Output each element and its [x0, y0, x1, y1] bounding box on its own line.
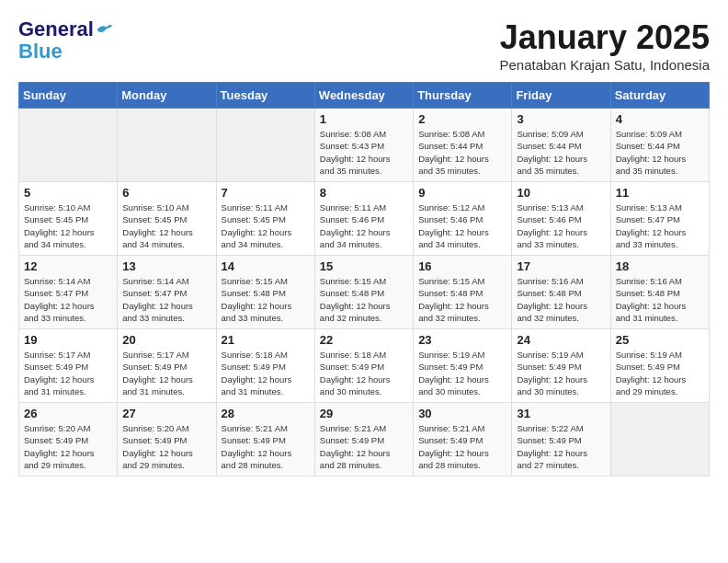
calendar-cell: 6Sunrise: 5:10 AM Sunset: 5:45 PM Daylig… [118, 182, 216, 256]
day-number: 5 [24, 186, 112, 200]
calendar-table: SundayMondayTuesdayWednesdayThursdayFrid… [18, 82, 710, 477]
weekday-header-monday: Monday [118, 83, 216, 109]
calendar-cell: 27Sunrise: 5:20 AM Sunset: 5:49 PM Dayli… [118, 403, 216, 477]
calendar-cell: 19Sunrise: 5:17 AM Sunset: 5:49 PM Dayli… [19, 329, 118, 403]
calendar-cell: 28Sunrise: 5:21 AM Sunset: 5:49 PM Dayli… [216, 403, 314, 477]
day-number: 20 [122, 333, 210, 347]
calendar-cell: 22Sunrise: 5:18 AM Sunset: 5:49 PM Dayli… [314, 329, 413, 403]
day-number: 27 [122, 407, 210, 420]
calendar-cell: 16Sunrise: 5:15 AM Sunset: 5:48 PM Dayli… [414, 256, 512, 329]
day-info: Sunrise: 5:15 AM Sunset: 5:48 PM Dayligh… [222, 275, 310, 324]
logo-text-general: General [18, 18, 94, 40]
day-info: Sunrise: 5:09 AM Sunset: 5:44 PM Dayligh… [616, 128, 704, 177]
calendar-cell: 13Sunrise: 5:14 AM Sunset: 5:47 PM Dayli… [118, 256, 216, 329]
day-info: Sunrise: 5:08 AM Sunset: 5:43 PM Dayligh… [320, 128, 408, 177]
day-number: 12 [24, 259, 112, 273]
calendar-cell: 26Sunrise: 5:20 AM Sunset: 5:49 PM Dayli… [19, 403, 118, 477]
calendar-cell: 7Sunrise: 5:11 AM Sunset: 5:45 PM Daylig… [216, 182, 314, 256]
calendar-cell: 3Sunrise: 5:09 AM Sunset: 5:44 PM Daylig… [512, 109, 610, 182]
logo-bird-icon [96, 20, 114, 39]
calendar-cell: 15Sunrise: 5:15 AM Sunset: 5:48 PM Dayli… [314, 256, 413, 329]
calendar-cell: 14Sunrise: 5:15 AM Sunset: 5:48 PM Dayli… [216, 256, 314, 329]
day-number: 8 [320, 186, 408, 200]
calendar-cell: 17Sunrise: 5:16 AM Sunset: 5:48 PM Dayli… [512, 256, 610, 329]
day-number: 15 [320, 259, 408, 273]
day-number: 24 [517, 333, 605, 347]
month-title: January 2025 [499, 18, 710, 57]
calendar-cell: 11Sunrise: 5:13 AM Sunset: 5:47 PM Dayli… [610, 182, 709, 256]
day-info: Sunrise: 5:20 AM Sunset: 5:49 PM Dayligh… [122, 422, 210, 471]
calendar-cell: 25Sunrise: 5:19 AM Sunset: 5:49 PM Dayli… [610, 329, 709, 403]
day-info: Sunrise: 5:17 AM Sunset: 5:49 PM Dayligh… [24, 349, 112, 397]
weekday-header-thursday: Thursday [414, 83, 512, 109]
calendar-cell [216, 109, 314, 182]
day-info: Sunrise: 5:12 AM Sunset: 5:46 PM Dayligh… [418, 201, 506, 250]
weekday-header-saturday: Saturday [610, 83, 709, 109]
calendar-cell: 5Sunrise: 5:10 AM Sunset: 5:45 PM Daylig… [19, 182, 118, 256]
day-info: Sunrise: 5:18 AM Sunset: 5:49 PM Dayligh… [222, 349, 310, 397]
calendar-cell: 10Sunrise: 5:13 AM Sunset: 5:46 PM Dayli… [512, 182, 610, 256]
day-info: Sunrise: 5:13 AM Sunset: 5:46 PM Dayligh… [517, 201, 605, 250]
day-info: Sunrise: 5:16 AM Sunset: 5:48 PM Dayligh… [517, 275, 605, 324]
calendar-cell: 21Sunrise: 5:18 AM Sunset: 5:49 PM Dayli… [216, 329, 314, 403]
calendar-cell [610, 403, 709, 477]
day-number: 14 [222, 259, 310, 273]
day-info: Sunrise: 5:10 AM Sunset: 5:45 PM Dayligh… [122, 201, 210, 250]
day-info: Sunrise: 5:19 AM Sunset: 5:49 PM Dayligh… [517, 349, 605, 397]
weekday-header-tuesday: Tuesday [216, 83, 314, 109]
day-info: Sunrise: 5:21 AM Sunset: 5:49 PM Dayligh… [320, 422, 408, 471]
day-info: Sunrise: 5:17 AM Sunset: 5:49 PM Dayligh… [122, 349, 210, 397]
day-info: Sunrise: 5:10 AM Sunset: 5:45 PM Dayligh… [24, 201, 112, 250]
day-number: 3 [517, 112, 605, 126]
calendar-cell: 2Sunrise: 5:08 AM Sunset: 5:44 PM Daylig… [414, 109, 512, 182]
day-number: 13 [122, 259, 210, 273]
weekday-header-wednesday: Wednesday [314, 83, 413, 109]
day-info: Sunrise: 5:21 AM Sunset: 5:49 PM Dayligh… [418, 422, 506, 471]
day-info: Sunrise: 5:19 AM Sunset: 5:49 PM Dayligh… [418, 349, 506, 397]
title-block: January 2025 Penataban Krajan Satu, Indo… [499, 18, 710, 73]
calendar-cell: 20Sunrise: 5:17 AM Sunset: 5:49 PM Dayli… [118, 329, 216, 403]
calendar-week-row: 26Sunrise: 5:20 AM Sunset: 5:49 PM Dayli… [19, 403, 710, 477]
day-info: Sunrise: 5:15 AM Sunset: 5:48 PM Dayligh… [418, 275, 506, 324]
day-info: Sunrise: 5:14 AM Sunset: 5:47 PM Dayligh… [24, 275, 112, 324]
calendar-week-row: 5Sunrise: 5:10 AM Sunset: 5:45 PM Daylig… [19, 182, 710, 256]
day-number: 17 [517, 259, 605, 273]
calendar-cell: 31Sunrise: 5:22 AM Sunset: 5:49 PM Dayli… [512, 403, 610, 477]
day-number: 28 [222, 407, 310, 420]
day-number: 21 [222, 333, 310, 347]
day-number: 29 [320, 407, 408, 420]
day-number: 4 [616, 112, 704, 126]
calendar-cell: 30Sunrise: 5:21 AM Sunset: 5:49 PM Dayli… [414, 403, 512, 477]
day-info: Sunrise: 5:18 AM Sunset: 5:49 PM Dayligh… [320, 349, 408, 397]
day-number: 6 [122, 186, 210, 200]
day-info: Sunrise: 5:16 AM Sunset: 5:48 PM Dayligh… [616, 275, 704, 324]
logo-text-blue: Blue [18, 40, 63, 63]
day-number: 25 [616, 333, 704, 347]
day-number: 7 [222, 186, 310, 200]
location: Penataban Krajan Satu, Indonesia [499, 57, 710, 73]
weekday-header-row: SundayMondayTuesdayWednesdayThursdayFrid… [19, 83, 710, 109]
day-info: Sunrise: 5:21 AM Sunset: 5:49 PM Dayligh… [222, 422, 310, 471]
day-number: 31 [517, 407, 605, 420]
calendar-cell: 4Sunrise: 5:09 AM Sunset: 5:44 PM Daylig… [610, 109, 709, 182]
day-info: Sunrise: 5:08 AM Sunset: 5:44 PM Dayligh… [418, 128, 506, 177]
day-number: 23 [418, 333, 506, 347]
day-number: 2 [418, 112, 506, 126]
day-number: 22 [320, 333, 408, 347]
day-number: 16 [418, 259, 506, 273]
calendar-cell [19, 109, 118, 182]
weekday-header-sunday: Sunday [19, 83, 118, 109]
day-info: Sunrise: 5:20 AM Sunset: 5:49 PM Dayligh… [24, 422, 112, 471]
day-info: Sunrise: 5:11 AM Sunset: 5:46 PM Dayligh… [320, 201, 408, 250]
day-info: Sunrise: 5:11 AM Sunset: 5:45 PM Dayligh… [222, 201, 310, 250]
calendar-cell: 8Sunrise: 5:11 AM Sunset: 5:46 PM Daylig… [314, 182, 413, 256]
weekday-header-friday: Friday [512, 83, 610, 109]
page-header: General Blue January 2025 Penataban Kraj… [18, 18, 710, 73]
calendar-cell: 24Sunrise: 5:19 AM Sunset: 5:49 PM Dayli… [512, 329, 610, 403]
day-number: 10 [517, 186, 605, 200]
calendar-cell: 1Sunrise: 5:08 AM Sunset: 5:43 PM Daylig… [314, 109, 413, 182]
calendar-week-row: 12Sunrise: 5:14 AM Sunset: 5:47 PM Dayli… [19, 256, 710, 329]
logo: General Blue [18, 18, 114, 63]
day-number: 11 [616, 186, 704, 200]
day-info: Sunrise: 5:13 AM Sunset: 5:47 PM Dayligh… [616, 201, 704, 250]
